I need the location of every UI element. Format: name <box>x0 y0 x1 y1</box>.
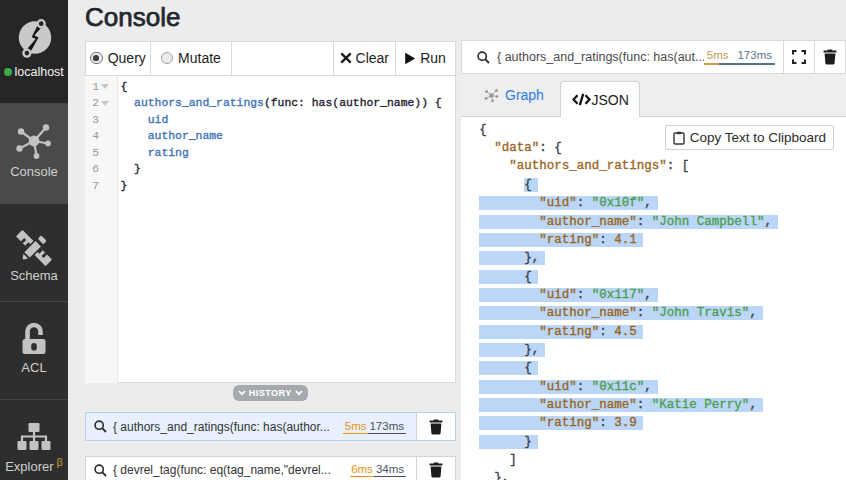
search-icon <box>94 464 107 477</box>
pencil-ruler-icon <box>15 222 53 260</box>
latency-bar <box>704 63 775 65</box>
tab-graph[interactable]: Graph <box>484 87 544 103</box>
sidebar-item-text: Explorer <box>5 459 53 474</box>
json-tab-label: JSON <box>592 92 629 108</box>
mutate-radio[interactable] <box>161 52 174 65</box>
search-icon <box>94 420 107 433</box>
page-title: Console <box>85 2 180 33</box>
connection-label: localhost <box>15 65 64 79</box>
query-radio[interactable] <box>90 52 103 65</box>
server-latency: 5ms <box>707 49 729 61</box>
history-item-main[interactable]: { devrel_tag(func: eq(tag_name,"devrel..… <box>86 457 416 480</box>
dgraph-logo-icon[interactable] <box>16 19 53 59</box>
tab-json[interactable]: JSON <box>560 81 640 117</box>
close-result-button[interactable] <box>814 41 845 73</box>
history-toggle-label: HISTORY <box>249 388 292 398</box>
sidebar-item-label: ACL <box>21 360 46 375</box>
result-tabs: Graph JSON <box>461 74 846 117</box>
json-result-pane[interactable]: { "data": { "authors_and_ratings": [ { "… <box>461 117 846 480</box>
run-button[interactable]: Run <box>395 41 456 76</box>
delete-history-button[interactable] <box>416 413 455 440</box>
query-tab-label: Query <box>108 50 146 66</box>
sidebar-item-console[interactable]: Console <box>0 103 68 203</box>
trash-icon <box>429 419 443 435</box>
run-button-label: Run <box>420 50 446 66</box>
delete-history-button[interactable] <box>416 457 455 480</box>
editor-code[interactable]: { authors_and_ratings(func: has(author_n… <box>120 79 450 195</box>
clear-button-label: Clear <box>356 50 389 66</box>
clear-x-icon <box>340 52 352 64</box>
copy-to-clipboard-button[interactable]: Copy Text to Clipboard <box>665 125 834 150</box>
sidebar-item-label: Explorerβ <box>5 456 63 474</box>
history-query-text: { devrel_tag(func: eq(tag_name,"devrel..… <box>113 463 350 477</box>
beta-badge: β <box>57 456 63 468</box>
console-graph-icon <box>15 122 53 160</box>
result-header: { authors_and_ratings(func: has(aut... 5… <box>461 40 846 74</box>
sidebar-item-schema[interactable]: Schema <box>0 203 68 301</box>
graph-tab-label: Graph <box>505 87 544 103</box>
chevron-down-icon <box>295 390 303 396</box>
fullscreen-button[interactable] <box>783 41 814 73</box>
search-icon <box>477 51 490 64</box>
fullscreen-icon <box>792 50 806 64</box>
network-latency: 34ms <box>374 463 405 477</box>
json-code: { "data": { "authors_and_ratings": [ { "… <box>479 121 778 480</box>
latency-summary: 5ms 173ms <box>704 49 775 65</box>
history-toggle-wrap: HISTORY <box>85 385 456 401</box>
code-icon <box>572 93 591 106</box>
unlock-icon <box>15 318 53 356</box>
chevron-down-icon <box>238 390 246 396</box>
toolbar-spacer <box>231 41 335 76</box>
history-query-text: { authors_and_ratings(func: has(author..… <box>113 420 343 434</box>
network-latency: 173ms <box>368 420 406 434</box>
graph-icon <box>484 88 499 103</box>
sitemap-icon <box>15 418 53 456</box>
clear-button[interactable]: Clear <box>333 41 396 76</box>
sidebar-item-label: Schema <box>10 268 58 283</box>
history-item[interactable]: { authors_and_ratings(func: has(author..… <box>85 412 456 441</box>
server-latency: 6ms <box>350 463 375 477</box>
sidebar-item-label: Console <box>10 164 58 179</box>
query-toolbar: Query Mutate Clear Run <box>85 41 456 76</box>
status-dot <box>4 68 12 76</box>
history-toggle[interactable]: HISTORY <box>233 385 308 401</box>
fold-arrow-icon[interactable] <box>101 84 109 89</box>
mutate-tab-label: Mutate <box>178 50 221 66</box>
sidebar-item-explorer[interactable]: Explorerβ <box>0 399 68 480</box>
run-play-icon <box>404 52 416 65</box>
trash-icon <box>823 49 837 65</box>
history-item-main[interactable]: { authors_and_ratings(func: has(author..… <box>86 413 416 440</box>
network-latency: 173ms <box>737 49 772 61</box>
history-item[interactable]: { devrel_tag(func: eq(tag_name,"devrel..… <box>85 456 456 480</box>
connection-status[interactable]: localhost <box>4 64 68 80</box>
result-query-text: { authors_and_ratings(func: has(aut... <box>497 50 704 64</box>
sidebar-item-acl[interactable]: ACL <box>0 301 68 399</box>
fold-arrow-icon[interactable] <box>101 101 109 106</box>
tab-mutate[interactable]: Mutate <box>150 41 232 76</box>
trash-icon <box>429 462 443 478</box>
tab-query[interactable]: Query <box>85 41 151 76</box>
editor-line-numbers: 1 2 3 4 5 6 7 <box>85 79 99 195</box>
server-latency: 5ms <box>343 420 368 434</box>
copy-button-label: Copy Text to Clipboard <box>690 130 826 145</box>
clipboard-icon <box>673 131 685 145</box>
